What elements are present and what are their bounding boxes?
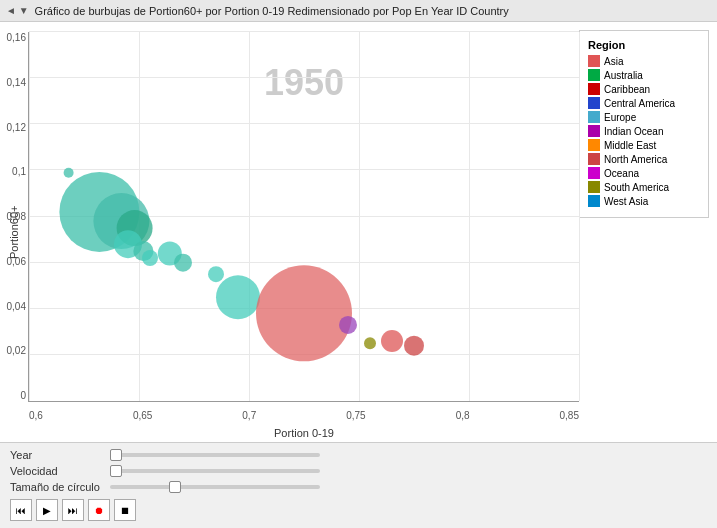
y-tick: 0,08 (0, 211, 26, 222)
legend-item: Middle East (588, 139, 700, 151)
bubble (381, 330, 403, 352)
size-label: Tamaño de círculo (10, 481, 110, 493)
x-tick: 0,8 (456, 410, 470, 421)
legend-swatch (588, 195, 600, 207)
collapse-arrows[interactable]: ◄ ▼ (6, 5, 29, 16)
legend-label: South America (604, 182, 669, 193)
x-tick: 0,6 (29, 410, 43, 421)
legend-item: Europe (588, 111, 700, 123)
legend-swatch (588, 153, 600, 165)
x-tick: 0,75 (346, 410, 365, 421)
y-tick: 0,04 (0, 301, 26, 312)
legend-item: West Asia (588, 195, 700, 207)
year-control: Year (10, 449, 707, 461)
bubbles-svg (29, 32, 579, 401)
skip-back-button[interactable]: ⏮ (10, 499, 32, 521)
legend-item: South America (588, 181, 700, 193)
legend-item: Indian Ocean (588, 125, 700, 137)
play-button[interactable]: ▶ (36, 499, 58, 521)
bubble (174, 254, 192, 272)
bubble (216, 275, 260, 319)
y-tick: 0,1 (0, 166, 26, 177)
bubble (142, 250, 158, 266)
y-tick: 0 (0, 390, 26, 401)
x-tick: 0,7 (242, 410, 256, 421)
legend-label: Middle East (604, 140, 656, 151)
bubble (404, 336, 424, 356)
year-slider[interactable] (110, 453, 320, 457)
speed-thumb[interactable] (110, 465, 122, 477)
legend-swatch (588, 125, 600, 137)
size-slider[interactable] (110, 485, 320, 489)
chart-title: Gráfico de burbujas de Portion60+ por Po… (35, 5, 509, 17)
y-axis-ticks: 00,020,040,060,080,10,120,140,16 (0, 32, 26, 401)
x-axis-label: Portion 0-19 (274, 427, 334, 439)
speed-slider[interactable] (110, 469, 320, 473)
legend-label: North America (604, 154, 667, 165)
legend-title: Region (588, 39, 700, 51)
legend-swatch (588, 167, 600, 179)
skip-fwd-button[interactable]: ⏭ (62, 499, 84, 521)
legend-item: Asia (588, 55, 700, 67)
legend-swatch (588, 69, 600, 81)
legend-label: Oceana (604, 168, 639, 179)
record-button[interactable]: ⏺ (88, 499, 110, 521)
legend-item: Oceana (588, 167, 700, 179)
y-tick: 0,14 (0, 77, 26, 88)
y-tick: 0,02 (0, 345, 26, 356)
legend-swatch (588, 111, 600, 123)
bubble (364, 337, 376, 349)
bubble (208, 266, 224, 282)
legend-label: Central America (604, 98, 675, 109)
legend-label: Europe (604, 112, 636, 123)
bubble (64, 168, 74, 178)
chart-legend: Region AsiaAustraliaCaribbeanCentral Ame… (579, 30, 709, 218)
x-axis-ticks: 0,60,650,70,750,80,85 (29, 410, 579, 421)
size-thumb[interactable] (169, 481, 181, 493)
legend-item: North America (588, 153, 700, 165)
y-tick: 0,06 (0, 256, 26, 267)
legend-label: Caribbean (604, 84, 650, 95)
title-bar: ◄ ▼ Gráfico de burbujas de Portion60+ po… (0, 0, 717, 22)
legend-item: Caribbean (588, 83, 700, 95)
legend-item: Australia (588, 69, 700, 81)
legend-swatch (588, 55, 600, 67)
speed-control: Velocidad (10, 465, 707, 477)
legend-item: Central America (588, 97, 700, 109)
controls-area: Year Velocidad Tamaño de círculo ⏮ ▶ ⏭ ⏺… (0, 442, 717, 528)
legend-swatch (588, 139, 600, 151)
stop-button[interactable]: ⏹ (114, 499, 136, 521)
legend-swatch (588, 97, 600, 109)
bubble (256, 265, 352, 361)
bubble (339, 316, 357, 334)
legend-label: Asia (604, 56, 623, 67)
legend-label: Australia (604, 70, 643, 81)
size-control: Tamaño de círculo (10, 481, 707, 493)
x-tick: 0,65 (133, 410, 152, 421)
chart-plot: 1950 00,020,040,060,080,10,120,140,16 0,… (28, 32, 579, 402)
legend-swatch (588, 181, 600, 193)
playback-bar: ⏮ ▶ ⏭ ⏺ ⏹ (10, 499, 707, 521)
legend-swatch (588, 83, 600, 95)
year-thumb[interactable] (110, 449, 122, 461)
legend-label: West Asia (604, 196, 648, 207)
x-tick: 0,85 (560, 410, 579, 421)
legend-label: Indian Ocean (604, 126, 664, 137)
year-label: Year (10, 449, 110, 461)
speed-label: Velocidad (10, 465, 110, 477)
y-tick: 0,12 (0, 122, 26, 133)
y-tick: 0,16 (0, 32, 26, 43)
